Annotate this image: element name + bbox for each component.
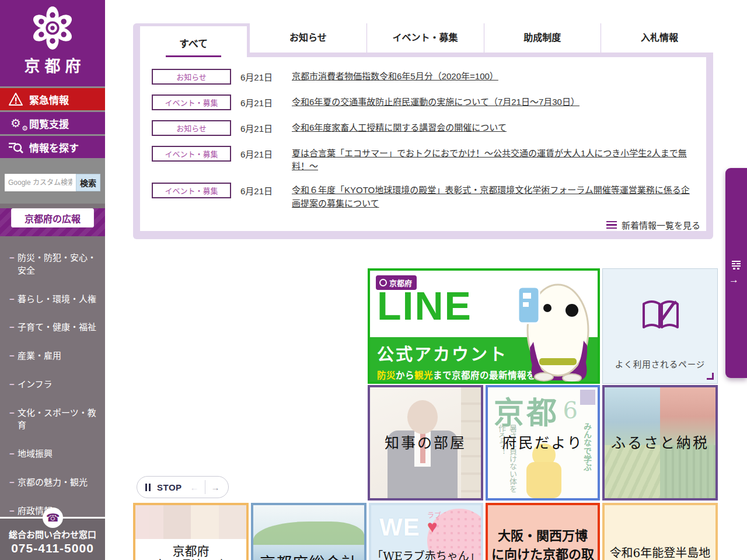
koho-button[interactable]: 京都府の広報 [11,208,94,228]
we-love-baby-tile[interactable]: WE ラブ ♥ 「WEラブ赤ちゃん」 [369,503,483,560]
mayumaro-mascot-icon [516,272,598,383]
gear-icon: ⚙⚙ [7,116,25,131]
phone-icon: ☎ [43,508,63,528]
governor-room-tile[interactable]: 知事の部屋 [368,385,483,501]
contact-phone[interactable]: 075-411-5000 [0,541,105,555]
tab-josei[interactable]: 助成制度 [484,23,601,52]
carousel-stop-button[interactable]: STOP [157,482,182,492]
quick-tile-label: よく利用されるページ [603,358,717,370]
carousel-controls: STOP ← → [137,476,229,498]
category-menu: 防災・防犯・安心・安全 暮らし・環境・人権 子育て・健康・福祉 産業・雇用 イン… [0,236,105,517]
search-list-icon [7,139,25,155]
tagline-text: から [396,370,414,380]
sidebar-item-chiiki[interactable]: 地域振興 [9,447,102,460]
news-row: イベント・募集 6月21日 令和6年夏の交通事故防止府民運動の実施について（7月… [152,94,697,110]
news-date: 6月21日 [240,183,277,197]
tagline-highlight: 防災 [377,370,396,380]
sidebar-item-bunka[interactable]: 文化・スポーツ・教育 [9,407,102,432]
tile-label-line1: 「WEラブ赤ちゃん」 [371,547,481,560]
news-link[interactable]: 令和6年夏の交通事故防止府民運動の実施について（7月21日～7月30日） [292,94,697,108]
news-date: 6月21日 [240,120,277,134]
warning-icon [7,92,25,107]
book-pen-icon [640,298,681,334]
we-wordmark: WE [379,513,420,541]
line-wordmark: LINE [377,286,472,326]
news-row: イベント・募集 6月21日 夏は合言葉「エコサマー」でおトクにおでかけ！～公共交… [152,146,697,173]
tile-label-line2: に向けた京都の取組 [488,544,598,560]
tile-label: 知事の部屋 [370,431,481,452]
sidebar-item-label: 情報を探す [29,140,79,155]
carousel-next-button[interactable]: → [211,482,220,492]
kosodate-kankyo-tile[interactable]: 京都府 子育て環境日本一 [133,503,249,560]
tab-oshirase[interactable]: お知らせ [250,23,366,52]
noto-earthquake-tile[interactable]: 令和6年能登半島地震 [602,503,718,560]
photo-collage [135,505,246,539]
custom-search: 検索 [0,158,105,204]
news-link[interactable]: 京都市消費者物価指数令和6年5月分（2020年=100） [292,69,697,83]
sidebar-item-emergency[interactable]: 緊急情報 [0,86,105,110]
news-date: 6月21日 [240,69,277,83]
more-label: 新着情報一覧を見る [622,219,700,231]
sidebar-item-miryoku[interactable]: 京都の魅力・観光 [9,476,102,489]
news-date: 6月21日 [240,146,277,160]
site-logo[interactable]: 京都府 [0,0,105,86]
banner-carousel[interactable]: STOP ← → [133,268,365,501]
kyoto-pref-homepage: 京都府 緊急情報 ⚙⚙ 閲覧支援 情報を探す 検索 京都府の広報 防災・防犯・ [0,0,747,560]
news-tab-bar: お知らせ イベント・募集 助成制度 入札情報 [250,23,718,52]
sidebar-item-infra[interactable]: インフラ [9,378,102,391]
carousel-prev-button[interactable]: ← [190,482,199,492]
sidebar-item-sangyo[interactable]: 産業・雇用 [9,349,102,362]
news-badge[interactable]: お知らせ [152,69,231,85]
news-badge[interactable]: イベント・募集 [152,146,231,162]
divider [205,480,205,494]
news-badge[interactable]: イベント・募集 [152,94,231,110]
news-badge[interactable]: お知らせ [152,120,231,136]
sidebar-item-kurashi[interactable]: 暮らし・環境・人権 [9,293,102,306]
site-title: 京都府 [0,54,105,76]
news-more-link[interactable]: 新着情報一覧を見る [606,219,700,231]
contact-label: 総合お問い合わせ窓口 [0,528,105,540]
tab-label: すべて [179,38,208,50]
news-widget: お知らせ イベント・募集 助成制度 入札情報 すべて お知らせ 6月21日 京都… [133,21,718,239]
kyoto-emblem-mini-icon [379,279,387,286]
furusato-nozei-tile[interactable]: ふるさと納税 [602,385,718,501]
line-official-banner[interactable]: 京都府 LINE 公式アカウント 防災から観光まで京都府の最新情報を発信 [368,268,600,384]
frequently-used-pages-tile[interactable]: よく利用されるページ [602,268,718,384]
expo-kyoto-tile[interactable]: 大阪・関西万博 に向けた京都の取組 [486,503,600,560]
koho-band: 京都府の広報 [0,208,105,236]
sidebar-item-accessibility[interactable]: ⚙⚙ 閲覧支援 [0,110,105,134]
tile-label-line1: 京都府総合計画 [253,551,364,560]
contact-block: ☎ 総合お問い合わせ窓口 075-411-5000 [0,517,105,560]
sidebar-item-kosodate[interactable]: 子育て・健康・福祉 [9,321,102,334]
heart-icon: ♥ [427,517,438,537]
badge-label: 京都府 [389,277,412,288]
search-button[interactable]: 検索 [76,174,100,191]
side-tab-glyph-icon [731,260,741,270]
news-list: お知らせ 6月21日 京都市消費者物価指数令和6年5月分（2020年=100） … [152,69,697,220]
side-panel-toggle[interactable]: → [725,168,747,378]
news-link[interactable]: 令和６年度「KYOTO地球環境の殿堂」表彰式・京都環境文化学術フォーラム開催等運… [292,183,697,209]
open-arrow-icon: → [729,274,739,286]
tab-nyusatsu[interactable]: 入札情報 [601,23,718,52]
sidebar-item-bosai[interactable]: 防災・防犯・安心・安全 [9,251,102,277]
tile-label-line1: 令和6年能登半島地震 [605,544,715,560]
tab-event-boshu[interactable]: イベント・募集 [366,23,484,52]
sogo-keikaku-tile[interactable]: 京都府総合計画 [251,503,366,560]
pause-icon [145,484,152,491]
line-banner-badge: 京都府 [376,275,417,290]
news-badge[interactable]: イベント・募集 [152,183,231,198]
sidebar-item-find-info[interactable]: 情報を探す [0,134,105,158]
active-tab-underline [166,55,221,57]
tile-label-line2: 子育て環境日本一 [135,555,246,560]
news-link[interactable]: 令和6年度家畜人工授精に関する講習会の開催について [292,120,697,134]
sidebar-item-label: 緊急情報 [29,92,69,107]
news-date: 6月21日 [240,94,277,108]
tile-label-line1: 大阪・関西万博 [488,525,598,544]
tile-label: ふるさと納税 [605,431,715,452]
tab-subete-active[interactable]: すべて [140,26,247,61]
fumin-dayori-tile[interactable]: 京都 6 みんなで学ぶ 暑さに負けない体を作ろう！ 府民だより [486,385,600,501]
tagline-highlight: 観光 [414,370,433,380]
news-row: お知らせ 6月21日 京都市消費者物価指数令和6年5月分（2020年=100） [152,69,697,85]
news-link[interactable]: 夏は合言葉「エコサマー」でおトクにおでかけ！～公共交通の運賃が大人1人につき小学… [292,146,697,173]
search-input[interactable] [5,174,76,191]
